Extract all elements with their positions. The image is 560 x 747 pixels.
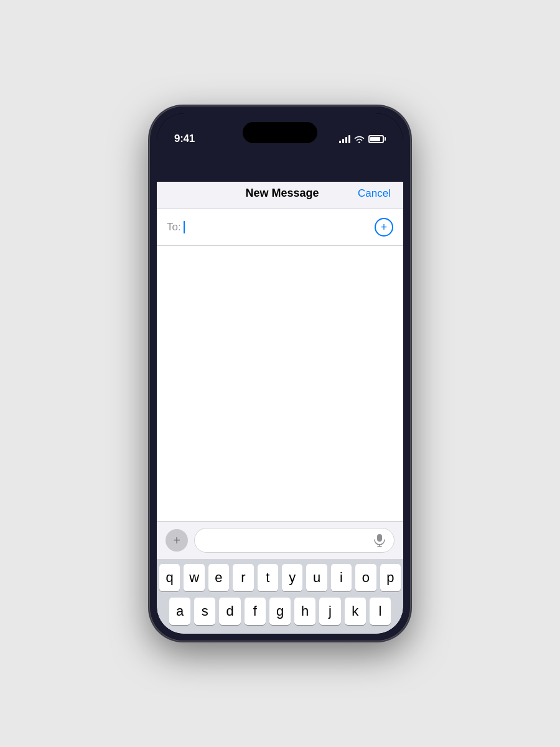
svg-rect-0 <box>377 534 382 542</box>
key-o[interactable]: o <box>355 564 376 591</box>
message-body-area[interactable] <box>157 246 403 521</box>
key-h[interactable]: h <box>294 598 315 625</box>
status-time: 9:41 <box>174 133 195 145</box>
key-r[interactable]: r <box>233 564 253 591</box>
signal-bar-2 <box>342 139 344 143</box>
app-area: New Message Cancel To: + + <box>157 176 403 634</box>
phone-screen: 9:41 <box>157 113 403 634</box>
key-i[interactable]: i <box>331 564 352 591</box>
message-input[interactable] <box>194 528 394 553</box>
status-icons <box>339 134 386 143</box>
plus-icon: + <box>381 222 388 233</box>
keyboard-row-2: a s d f g h j k l <box>159 598 401 625</box>
key-y[interactable]: y <box>282 564 302 591</box>
signal-bar-3 <box>345 137 347 143</box>
mic-icon <box>374 533 385 547</box>
phone-device: 9:41 <box>149 106 411 641</box>
to-label: To: <box>167 221 181 233</box>
signal-bar-4 <box>348 135 350 143</box>
cancel-button[interactable]: Cancel <box>358 187 391 200</box>
key-l[interactable]: l <box>370 598 391 625</box>
key-p[interactable]: p <box>380 564 401 591</box>
key-g[interactable]: g <box>269 598 291 625</box>
add-contact-button[interactable]: + <box>375 218 393 237</box>
compose-title: New Message <box>207 187 358 200</box>
keyboard-row-1: q w e r t y u i o p <box>159 564 401 591</box>
keyboard: q w e r t y u i o p a s d f g <box>157 559 403 634</box>
key-j[interactable]: j <box>319 598 340 625</box>
key-f[interactable]: f <box>245 598 266 625</box>
apps-button[interactable]: + <box>166 529 188 552</box>
to-input-area[interactable] <box>184 221 375 233</box>
to-field[interactable]: To: + <box>157 209 403 246</box>
text-cursor <box>184 221 185 233</box>
mic-button[interactable] <box>374 533 385 547</box>
apps-plus-icon: + <box>173 534 180 547</box>
signal-icon <box>339 134 350 143</box>
wifi-icon <box>354 135 365 143</box>
key-t[interactable]: t <box>258 564 278 591</box>
key-k[interactable]: k <box>345 598 366 625</box>
key-e[interactable]: e <box>208 564 229 591</box>
key-u[interactable]: u <box>306 564 327 591</box>
key-a[interactable]: a <box>169 598 190 625</box>
key-q[interactable]: q <box>159 564 180 591</box>
bottom-input-bar: + <box>157 521 403 559</box>
status-bar: 9:41 <box>157 123 403 154</box>
battery-fill <box>370 137 380 141</box>
key-s[interactable]: s <box>194 598 215 625</box>
key-d[interactable]: d <box>219 598 240 625</box>
key-w[interactable]: w <box>184 564 204 591</box>
signal-bar-1 <box>339 141 341 143</box>
battery-icon <box>368 135 386 143</box>
battery-tip <box>385 137 386 141</box>
